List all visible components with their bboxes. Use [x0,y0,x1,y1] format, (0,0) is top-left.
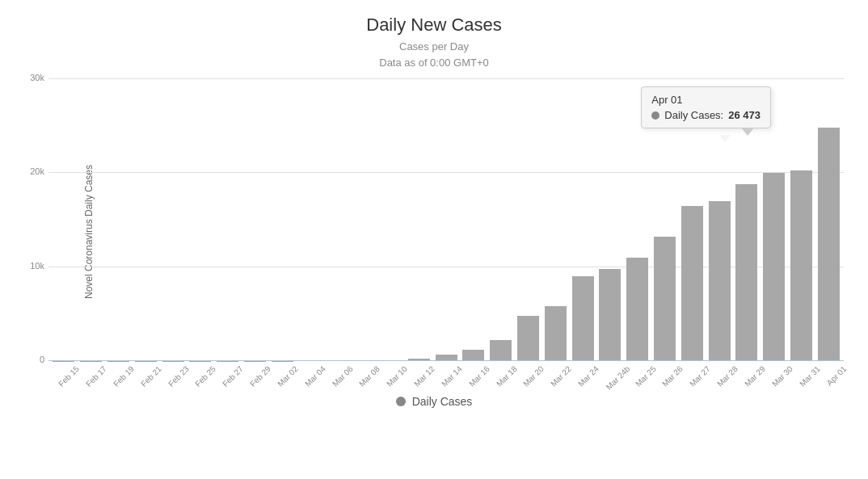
bar[interactable] [572,276,594,361]
legend-dot [396,397,406,406]
y-label-30k: 30k [12,73,44,82]
x-axis-label: Mar 29 [743,364,767,389]
x-axis-label: Mar 02 [276,364,300,389]
x-axis-label: Mar 16 [467,364,491,389]
x-axis-label: Feb 29 [248,364,272,389]
bar[interactable] [654,237,676,361]
x-axis-label: Mar 27 [688,364,712,389]
bar[interactable] [626,258,648,361]
x-axis-label: Mar 31 [798,364,822,389]
bar-group [515,78,542,361]
x-axis-label: Feb 25 [194,364,218,389]
x-axis-label: Mar 22 [549,364,573,389]
bar-group [351,78,378,361]
x-label-group: Mar 10 [377,361,404,373]
bar-group [296,78,323,361]
bar-group [569,78,596,361]
x-axis-label: Mar 20 [522,364,546,389]
tooltip-dot [651,111,659,120]
x-label-group: Feb 27 [213,361,240,373]
x-axis-label: Feb 27 [221,364,245,389]
bar-group [323,78,351,361]
tooltip-date: Apr 01 [651,94,761,106]
bar-group [268,78,296,361]
tooltip: Apr 01 Daily Cases: 26 473 [641,86,771,128]
x-axis-label: Feb 15 [57,364,81,389]
bar-group [378,78,406,361]
tooltip-arrow [741,128,754,136]
x-axis-label: Mar 12 [412,364,436,389]
x-axis-label: Mar 24b [604,364,631,392]
x-axis-label: Apr 01 [825,364,849,388]
bar-group [541,78,569,361]
tooltip-row: Daily Cases: 26 473 [651,109,761,121]
x-axis-label: Feb 21 [139,364,163,389]
bar-group [159,78,187,361]
y-label-10k: 10k [12,261,44,271]
x-axis-label: Mar 24 [576,364,600,389]
bar[interactable] [735,184,757,361]
x-axis-label: Mar 30 [770,364,794,389]
legend: Daily Cases [0,395,868,408]
bar[interactable] [763,173,785,361]
x-axis-label: Mar 10 [385,364,409,389]
chart-inner: 30k 20k 10k 0 Feb 15Feb 17Feb 19Feb 21Fe… [48,78,844,385]
x-axis-label: Feb 17 [84,364,108,389]
subtitle-line2: Data as of 0:00 GMT+0 [379,57,488,69]
x-axis-label: Feb 19 [112,364,136,389]
bar[interactable] [490,340,512,361]
tooltip-value: 26 473 [728,109,761,121]
x-axis-label: Mar 25 [634,364,658,389]
bar-group [187,78,214,361]
bar[interactable] [681,206,703,362]
x-axis-label: Feb 23 [166,364,191,389]
bar-group [50,78,78,361]
chart-container: Daily New Cases Cases per Day Data as of… [0,0,868,479]
chart-subtitle: Cases per Day Data as of 0:00 GMT+0 [0,39,868,70]
tooltip-label: Daily Cases: [664,109,723,121]
bar[interactable] [818,128,840,361]
bar-group [788,78,815,361]
x-label-group: Mar 24b [596,361,626,373]
bar[interactable] [517,316,539,361]
bar-group [487,78,515,361]
bar-group [78,78,105,361]
legend-label: Daily Cases [412,395,473,408]
chart-title: Daily New Cases [0,0,868,36]
bar[interactable] [545,306,567,361]
subtitle-line1: Cases per Day [399,40,469,53]
bar-group [242,78,269,361]
bar[interactable] [790,170,812,361]
y-label-20k: 20k [12,166,44,176]
bar[interactable] [709,201,731,361]
bar-group [432,78,460,361]
x-label-group: Mar 22 [541,361,568,373]
bar-group [105,78,133,361]
x-axis-label: Mar 14 [440,364,464,389]
chart-area: Novel Coronavirus Daily Cases 30k 20k 10… [48,78,844,385]
y-label-0: 0 [12,355,44,364]
x-axis: Feb 15Feb 17Feb 19Feb 21Feb 23Feb 25Feb … [48,361,844,385]
x-label-group: Mar 27 [680,361,707,373]
x-axis-label: Mar 28 [715,364,739,389]
bar-group [132,78,159,361]
x-axis-label: Mar 26 [661,364,685,389]
bar-group [460,78,487,361]
x-label-group: Feb 15 [48,361,76,373]
x-axis-label: Mar 08 [358,364,382,389]
x-axis-label: Mar 18 [495,364,519,389]
bar-group [815,78,842,361]
tooltip-arrow-inner [719,135,731,142]
bar-group [214,78,242,361]
x-axis-label: Mar 06 [331,364,355,389]
bar-group [596,78,624,361]
bar-group [405,78,432,361]
bar[interactable] [599,269,621,361]
bar[interactable] [462,350,484,361]
x-axis-label: Mar 04 [303,364,327,389]
